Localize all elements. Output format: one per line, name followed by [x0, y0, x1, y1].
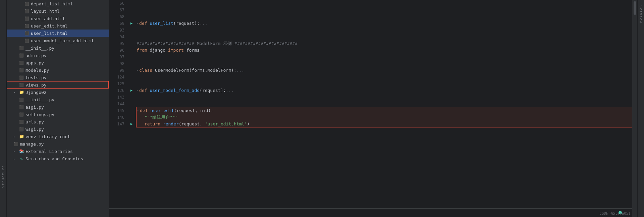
structure-tab-panel: Structure: [0, 0, 7, 217]
scratches-icon: ✎: [19, 156, 24, 161]
code-line: ###################### ModelForm 示例 ####…: [137, 40, 632, 47]
list-item[interactable]: ⬛ __init__.py: [7, 96, 109, 103]
file-label: __init__.py: [25, 97, 54, 102]
folder-label: Django02: [25, 90, 47, 95]
folder-item[interactable]: ▸ 📁 venv library root: [7, 133, 109, 140]
folder-label: External Libraries: [25, 149, 73, 154]
code-line: [137, 174, 632, 181]
folder-label: venv library root: [25, 134, 70, 139]
folder-item[interactable]: ▸ 📚 External Libraries: [7, 148, 109, 155]
file-label: layout.html: [31, 9, 60, 14]
fold-indicator: ▸: [137, 20, 139, 27]
folder-item[interactable]: ▸ ✎ Scratches and Consoles: [7, 155, 109, 162]
punctuation: ):: [194, 20, 200, 27]
html-file-icon: ⬛: [24, 8, 30, 14]
line-number: 93: [109, 27, 126, 34]
module-name: django: [150, 47, 168, 54]
run-gutter-icon[interactable]: ▶: [128, 87, 135, 94]
file-label: urls.py: [25, 119, 44, 124]
list-item[interactable]: ⬛ user_list.html: [7, 30, 109, 37]
param: request,: [181, 121, 205, 127]
param: request: [202, 87, 221, 94]
file-label: user_model_form_add.html: [31, 38, 94, 43]
folded-code: ...: [200, 20, 207, 27]
code-lines: ▸def user_list(request):... ############…: [135, 0, 632, 208]
list-item[interactable]: ⬛ urls.py: [7, 118, 109, 125]
list-item[interactable]: ⬛ user_model_form_add.html: [7, 37, 109, 44]
keyword-return: return: [145, 121, 163, 127]
code-line: [137, 141, 632, 148]
html-file-icon: ⬛: [24, 16, 30, 21]
list-item[interactable]: ⬛ models.py: [7, 66, 109, 74]
py-file-icon: ⬛: [19, 82, 24, 88]
scroll-thumb[interactable]: [634, 1, 636, 15]
line-number: 125: [109, 80, 126, 87]
list-item[interactable]: ⬛ manage.py: [7, 140, 109, 148]
run-gutter-icon[interactable]: ▶: [128, 20, 135, 27]
sciview-tab[interactable]: SciView: [638, 3, 644, 25]
keyword-def: def: [140, 107, 150, 114]
list-item[interactable]: ⬛ user_edit.html: [7, 22, 109, 30]
file-tree-scroll[interactable]: ⬛ depart_list.html ⬛ layout.html ⬛ user_…: [7, 0, 109, 217]
list-item[interactable]: ⬛ layout.html: [7, 7, 109, 15]
code-line: [137, 94, 632, 101]
code-line: [137, 134, 632, 141]
list-item[interactable]: ⬛ apps.py: [7, 59, 109, 66]
code-line: [137, 161, 632, 168]
code-line: [137, 54, 632, 60]
folder-icon: 📁: [19, 90, 24, 95]
code-line: ▸def user_model_form_add(request):...: [137, 87, 632, 94]
code-line-highlighted: return render(request, 'user_edit.html'): [136, 121, 632, 127]
list-item[interactable]: ⬛ __init__.py: [7, 44, 109, 52]
code-line: [137, 148, 632, 154]
code-line: [137, 195, 632, 201]
code-line: [137, 188, 632, 195]
fold-indicator: ▸: [137, 107, 139, 114]
run-gutter-icon[interactable]: ▶: [128, 121, 135, 127]
file-label: tests.py: [25, 75, 47, 80]
py-file-icon: ⬛: [19, 126, 24, 132]
folder-item[interactable]: ▾ 📁 Django02: [7, 89, 109, 96]
code-line: [137, 13, 632, 20]
code-line: [137, 127, 632, 134]
punctuation: (: [179, 121, 181, 127]
py-file-icon: ⬛: [19, 75, 24, 80]
list-item[interactable]: ⬛ asgi.py: [7, 103, 109, 111]
file-label: __init__.py: [25, 46, 54, 51]
class-name: UserModelForm: [155, 67, 189, 74]
function-name: user_model_form_add: [150, 87, 200, 94]
keyword-import: import: [168, 47, 186, 54]
line-number: 143: [109, 94, 126, 101]
function-name: user_list: [150, 20, 173, 27]
code-line: [137, 201, 632, 208]
gutter-icons-col: ▶ ▶: [128, 0, 135, 208]
list-item[interactable]: ⬛ admin.py: [7, 52, 109, 59]
list-item[interactable]: ⬛ settings.py: [7, 111, 109, 118]
punctuation: (: [189, 67, 192, 74]
file-label: user_add.html: [31, 16, 65, 21]
line-number: 98: [109, 60, 126, 67]
code-line: [137, 74, 632, 80]
list-item[interactable]: ⬛ tests.py: [7, 74, 109, 81]
base-class: forms.ModelForm: [192, 67, 231, 74]
html-file-icon: ⬛: [24, 31, 30, 36]
line-number: 145: [109, 107, 126, 114]
file-label: settings.py: [25, 112, 54, 117]
list-item[interactable]: ⬛ views.py: [7, 81, 109, 89]
list-item[interactable]: ⬛ wsgi.py: [7, 125, 109, 133]
arrow-right-icon: ▸: [13, 157, 19, 161]
list-item[interactable]: ⬛ user_add.html: [7, 15, 109, 22]
punctuation: ):: [208, 107, 214, 114]
keyword-def: def: [139, 20, 150, 27]
file-label: manage.py: [20, 142, 44, 147]
py-file-icon: ⬛: [19, 119, 24, 124]
line-number: 69: [109, 20, 126, 27]
py-file-icon: ⬛: [19, 67, 24, 73]
file-label: models.py: [25, 68, 49, 73]
fold-indicator: ▸: [137, 67, 139, 74]
code-line: from django import forms: [137, 47, 632, 54]
structure-tab[interactable]: Structure: [0, 163, 6, 190]
code-editor[interactable]: 66 67 68 69 93 94 95 96 97 98 99 124 125…: [109, 0, 632, 208]
file-label: apps.py: [25, 60, 44, 65]
list-item[interactable]: ⬛ depart_list.html: [7, 0, 109, 7]
